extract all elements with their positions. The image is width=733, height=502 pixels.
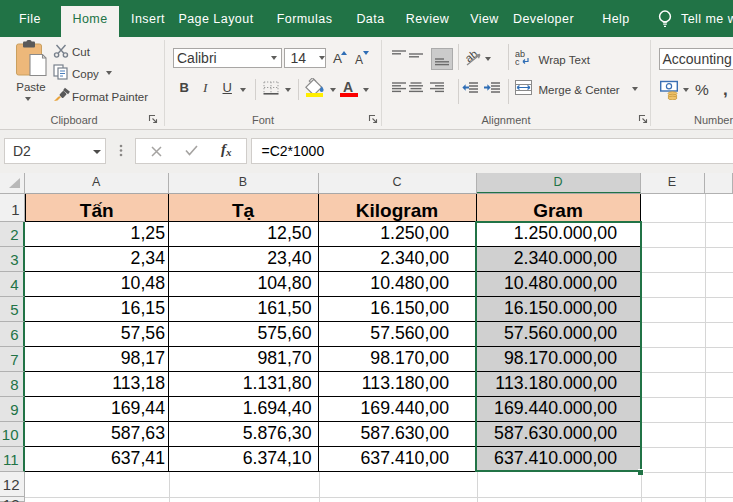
svg-text:c: c [515,57,520,66]
